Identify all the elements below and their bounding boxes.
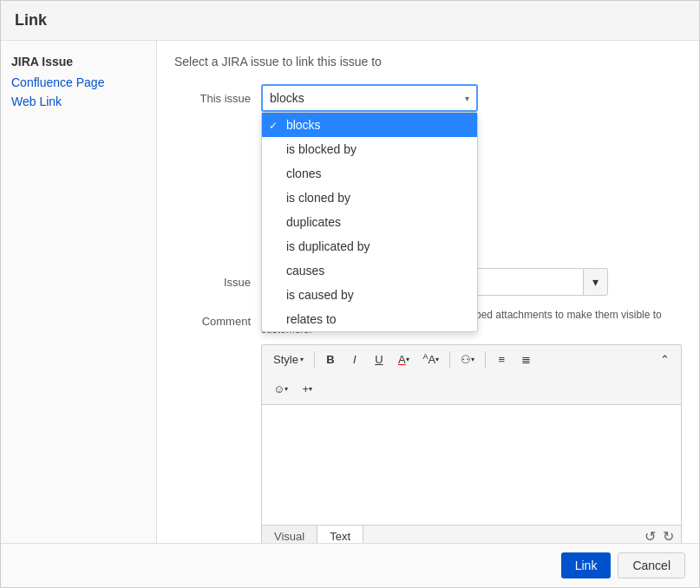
this-issue-row: This issue blocks ▾ ✓ blocks is blocked …: [174, 84, 682, 112]
toolbar-divider-1: [314, 351, 315, 369]
link-icon: ⚇: [461, 353, 471, 366]
editor-toolbar-row1: Style ▾ B I U: [261, 344, 682, 375]
dropdown-selected-text: blocks: [270, 91, 304, 105]
link-button[interactable]: ⚇ ▾: [455, 349, 481, 371]
dropdown-option-causes[interactable]: causes: [262, 258, 477, 283]
tab-text[interactable]: Text: [317, 526, 363, 543]
sidebar: JIRA Issue Confluence Page Web Link: [1, 41, 157, 543]
undo-button[interactable]: ↺: [644, 528, 656, 543]
ordered-list-icon: ≣: [521, 353, 531, 366]
dropdown-option-is-blocked-by[interactable]: is blocked by: [262, 137, 477, 161]
dialog-header: Link: [1, 1, 699, 41]
dropdown-arrow-icon: ▾: [465, 94, 469, 103]
dropdown-option-blocks[interactable]: ✓ blocks: [262, 113, 477, 137]
toolbar-divider-2: [449, 351, 450, 369]
insert-icon: +: [302, 382, 309, 395]
text-color-arrow-icon: ▾: [406, 356, 409, 363]
dropdown-option-is-cloned-by[interactable]: is cloned by: [262, 186, 477, 210]
this-issue-label: This issue: [174, 92, 261, 105]
this-issue-control: blocks ▾ ✓ blocks is blocked by cl: [261, 84, 682, 112]
underline-button[interactable]: U: [368, 349, 390, 371]
issue-dropdown-arrow-icon: ▾: [592, 275, 599, 289]
ordered-list-button[interactable]: ≣: [514, 349, 537, 371]
style-arrow-icon: ▾: [300, 356, 304, 363]
sidebar-item-confluence-page[interactable]: Confluence Page: [11, 75, 146, 89]
insert-arrow-icon: ▾: [309, 385, 312, 393]
comment-editor-wrapper: Your comment will be visible to customer…: [261, 308, 682, 543]
font-size-button[interactable]: AA ▾: [417, 349, 446, 371]
dropdown-option-clones[interactable]: clones: [262, 161, 477, 186]
insert-button[interactable]: + ▾: [296, 378, 318, 401]
link-button-footer[interactable]: Link: [561, 552, 612, 578]
issue-dropdown-button[interactable]: ▾: [584, 268, 608, 296]
emoji-arrow-icon: ▾: [285, 385, 288, 393]
unordered-list-icon: ≡: [498, 353, 505, 366]
style-button[interactable]: Style ▾: [267, 349, 310, 371]
toolbar-divider-3: [485, 351, 486, 369]
italic-button[interactable]: I: [343, 349, 366, 371]
issue-label: Issue: [174, 276, 261, 289]
dropdown-menu: ✓ blocks is blocked by clones is cloned …: [261, 112, 478, 332]
emoji-icon: ☺: [273, 382, 285, 395]
font-size-arrow-icon: ▾: [435, 356, 439, 363]
font-size-icon: AA: [423, 352, 436, 366]
editor-toolbar-row2: ☺ ▾ + ▾: [261, 375, 682, 404]
tab-visual[interactable]: Visual: [262, 526, 317, 543]
editor-tab-actions: ↺ ↻: [638, 526, 681, 543]
check-icon: ✓: [269, 120, 278, 132]
dialog-container: Link JIRA Issue Confluence Page Web Link…: [0, 0, 700, 588]
sidebar-item-jira-issue[interactable]: JIRA Issue: [11, 55, 146, 69]
redo-button[interactable]: ↻: [663, 528, 674, 543]
dialog-footer: Link Cancel: [1, 543, 699, 587]
collapse-icon: ⌃: [660, 353, 670, 366]
dialog-body: JIRA Issue Confluence Page Web Link Sele…: [1, 41, 699, 543]
dropdown-option-is-caused-by[interactable]: is caused by: [262, 283, 477, 307]
bold-button[interactable]: B: [319, 349, 342, 371]
comment-section: Comment Your comment will be visible to …: [174, 308, 682, 543]
text-color-button[interactable]: A ▾: [392, 349, 415, 371]
editor-tabs: Visual Text ↺ ↻: [261, 526, 682, 543]
sidebar-item-web-link[interactable]: Web Link: [11, 95, 146, 108]
editor-area[interactable]: [261, 404, 682, 526]
comment-label: Comment: [174, 308, 261, 328]
comment-row: Comment Your comment will be visible to …: [174, 308, 682, 543]
dialog-title: Link: [15, 11, 685, 29]
link-arrow-icon: ▾: [471, 356, 474, 363]
cancel-button[interactable]: Cancel: [618, 552, 685, 578]
dropdown-option-duplicates[interactable]: duplicates: [262, 210, 477, 234]
main-description: Select a JIRA issue to link this issue t…: [174, 55, 682, 69]
emoji-button[interactable]: ☺ ▾: [267, 378, 294, 401]
unordered-list-button[interactable]: ≡: [490, 349, 513, 371]
text-color-icon: A: [398, 353, 406, 366]
main-content: Select a JIRA issue to link this issue t…: [157, 41, 699, 543]
collapse-toolbar-button[interactable]: ⌃: [653, 349, 676, 371]
dropdown-option-relates-to[interactable]: relates to: [262, 307, 477, 331]
dropdown-option-is-duplicated-by[interactable]: is duplicated by: [262, 234, 477, 258]
link-type-dropdown[interactable]: blocks ▾: [261, 84, 478, 112]
